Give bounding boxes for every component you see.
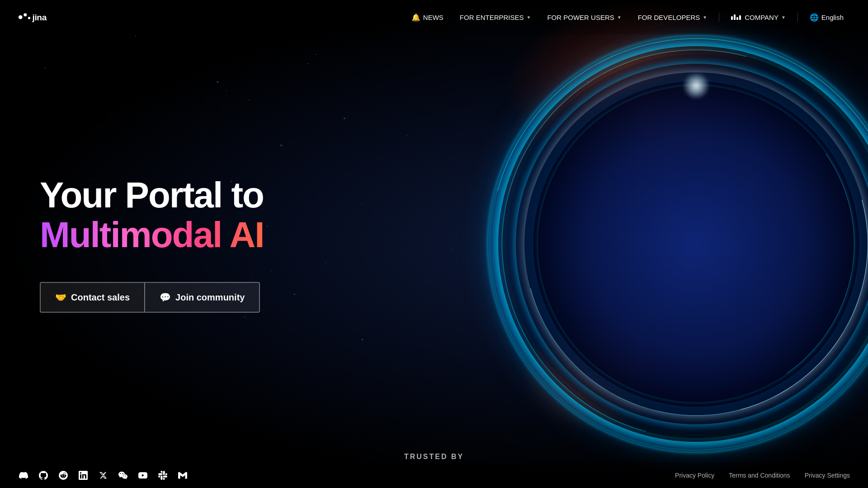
contact-sales-label: Contact sales [71,292,130,303]
nav-company-label: COMPANY [745,14,778,21]
logo-svg: jina [18,10,50,24]
svg-point-1 [24,13,27,16]
logo[interactable]: jina [18,10,50,24]
globe-icon: 🌐 [810,13,819,22]
hero-section: Your Portal to Multimodal AI 🤝 Contact s… [40,175,264,313]
privacy-policy-link[interactable]: Privacy Policy [675,472,714,479]
navbar: jina 🔔 NEWS FOR ENTERPRISES ▼ FOR POWER … [0,0,868,34]
svg-point-0 [19,15,23,19]
nav-developers-label: FOR DEVELOPERS [638,14,700,21]
twitter-x-icon[interactable] [98,470,108,481]
chevron-down-icon: ▼ [781,15,786,20]
join-community-label: Join community [175,292,245,303]
hero-line1: Your Portal to [40,175,264,215]
social-links [18,470,188,481]
nav-language-label: English [821,14,844,21]
trusted-label: TRUSTED BY [404,453,464,461]
hero-buttons: 🤝 Contact sales 💬 Join community [40,282,260,313]
nav-developers[interactable]: FOR DEVELOPERS ▼ [632,10,713,25]
footer-links: Privacy Policy Terms and Conditions Priv… [675,472,850,479]
wechat-icon[interactable] [118,470,128,481]
footer-bar: Privacy Policy Terms and Conditions Priv… [0,463,868,488]
nav-divider [719,13,719,22]
svg-text:jina: jina [32,13,47,22]
nav-news-label: NEWS [423,14,443,21]
trusted-section: TRUSTED BY [404,453,464,461]
nav-enterprises-label: FOR ENTERPRISES [460,14,524,21]
nav-power-users[interactable]: FOR POWER USERS ▼ [541,10,627,25]
nav-links: 🔔 NEWS FOR ENTERPRISES ▼ FOR POWER USERS… [405,9,850,25]
chevron-down-icon: ▼ [703,15,707,20]
email-icon[interactable] [177,470,188,481]
svg-point-2 [28,17,30,19]
nav-company[interactable]: COMPANY ▼ [725,10,792,25]
nav-language[interactable]: 🌐 English [803,9,850,25]
join-community-button[interactable]: 💬 Join community [145,283,259,312]
github-icon[interactable] [38,470,49,481]
nav-divider-2 [797,13,798,22]
handshake-icon: 🤝 [55,292,66,303]
nav-enterprises[interactable]: FOR ENTERPRISES ▼ [453,10,538,25]
reddit-icon[interactable] [58,470,69,481]
bell-icon: 🔔 [411,13,420,22]
nav-news[interactable]: 🔔 NEWS [405,9,450,25]
chat-icon: 💬 [160,292,171,303]
contact-sales-button[interactable]: 🤝 Contact sales [41,283,145,312]
chevron-down-icon: ▼ [527,15,531,20]
linkedin-icon[interactable] [78,470,89,481]
bar-chart-icon [731,14,741,20]
hero-line2: Multimodal AI [40,215,264,255]
terms-link[interactable]: Terms and Conditions [729,472,790,479]
slack-icon[interactable] [157,470,168,481]
nav-power-users-label: FOR POWER USERS [547,14,614,21]
chevron-down-icon: ▼ [617,15,622,20]
discord-icon[interactable] [18,470,29,481]
privacy-settings-link[interactable]: Privacy Settings [805,472,850,479]
youtube-icon[interactable] [137,470,148,481]
